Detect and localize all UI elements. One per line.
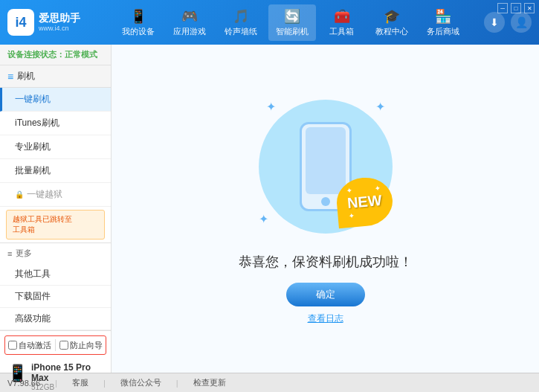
tab-business[interactable]: 🏪 务后商域 [419,4,467,41]
header-actions: ⬇ 👤 [484,12,532,33]
tab-apps-games[interactable]: 🎮 应用游戏 [166,4,213,41]
sparkle-1: ✦ [266,100,276,114]
close-button[interactable]: ✕ [524,3,535,13]
sidebar-item-pro-flash[interactable]: 专业刷机 [0,135,111,159]
maximize-button[interactable]: □ [511,3,521,13]
logo-text: 爱思助手 www.i4.cn [39,12,80,33]
view-log-link[interactable]: 查看日志 [308,312,343,325]
device-text: iPhone 15 Pro Max 512GB iPhone [31,362,103,392]
tutorial-icon: 🎓 [384,8,400,25]
download-button[interactable]: ⬇ [484,12,505,33]
sidebar-item-advanced[interactable]: 高级功能 [0,308,111,330]
guide-input[interactable] [59,341,68,350]
content-area: ✦ ✦ ✦ ✦✦ NEW ✦ 恭喜您，保资料刷机成功啦！ 确定 查看日志 [112,45,539,373]
sidebar-item-batch-flash[interactable]: 批量刷机 [0,159,111,183]
footer-sep-2: | [103,379,106,388]
sidebar-item-other-tools[interactable]: 其他工具 [0,263,111,286]
phone-illustration: ✦ ✦ ✦ ✦✦ NEW ✦ [251,92,400,241]
lock-icon: 🔒 [15,190,24,199]
footer-wechat[interactable]: 微信公众号 [120,377,161,388]
logo-area: i4 爱思助手 www.i4.cn [7,9,97,36]
more-section: ≡ 更多 其他工具 下载固件 高级功能 [0,242,111,330]
sidebar-item-itunes-flash[interactable]: iTunes刷机 [0,112,111,135]
toolbox-icon: 🧰 [334,8,350,25]
user-button[interactable]: 👤 [511,12,532,33]
window-controls: ─ □ ✕ [497,3,535,13]
device-storage: 512GB [31,383,103,391]
auto-activate-input[interactable] [8,341,17,350]
flash-section-header: ≡ 刷机 [0,65,111,88]
nav-tabs: 📱 我的设备 🎮 应用游戏 🎵 铃声墙纸 🔄 智能刷机 🧰 工具箱 🎓 教程中心… [97,4,484,41]
auto-activate-checkbox[interactable]: 自动激活 [8,340,51,351]
sidebar-item-jailbreak: 🔒 一键越狱 [0,183,111,207]
main-layout: 设备连接状态：正常模式 ≡ 刷机 一键刷机 iTunes刷机 专业刷机 批量刷机… [0,45,539,373]
sparkle-3: ✦ [259,212,268,226]
minimize-button[interactable]: ─ [497,3,508,13]
phone-screen [306,127,346,194]
smart-flash-icon: 🔄 [284,8,300,25]
logo-icon: i4 [7,9,34,36]
business-icon: 🏪 [435,8,451,25]
sparkle-2: ✦ [375,100,385,114]
footer-customer-service[interactable]: 客服 [72,377,88,388]
sidebar: 设备连接状态：正常模式 ≡ 刷机 一键刷机 iTunes刷机 专业刷机 批量刷机… [0,45,112,373]
more-section-icon: ≡ [7,249,12,258]
sidebar-checkbox-row: 自动激活 防止向导 [4,335,106,355]
tab-ringtones[interactable]: 🎵 铃声墙纸 [217,4,265,41]
tab-my-device[interactable]: 📱 我的设备 [114,4,162,41]
tab-tutorial[interactable]: 🎓 教程中心 [368,4,416,41]
sidebar-status: 设备连接状态：正常模式 [0,45,111,65]
flash-section-icon: ≡ [7,71,13,83]
flash-section: ≡ 刷机 一键刷机 iTunes刷机 专业刷机 批量刷机 🔒 一键越狱 越狱工具… [0,65,111,242]
ringtones-icon: 🎵 [233,8,249,25]
guide-checkbox[interactable]: 防止向导 [59,340,103,351]
sidebar-warning: 越狱工具已跳转至工具箱 [6,210,105,240]
apps-games-icon: 🎮 [181,8,198,25]
confirm-button[interactable]: 确定 [286,283,365,306]
footer-sep-1: | [55,379,57,388]
tab-smart-flash[interactable]: 🔄 智能刷机 [268,4,316,41]
my-device-icon: 📱 [130,8,146,25]
new-badge-text: NEW [346,192,382,212]
sidebar-item-one-click-flash[interactable]: 一键刷机 [0,88,111,112]
footer-version: V7.98.66 [7,379,40,388]
footer-sep-3: | [176,379,178,388]
sidebar-item-download-firmware[interactable]: 下载固件 [0,286,111,308]
phone-home-button [321,197,330,206]
device-name: iPhone 15 Pro Max [31,362,103,383]
more-section-header: ≡ 更多 [0,243,111,263]
header: i4 爱思助手 www.i4.cn 📱 我的设备 🎮 应用游戏 🎵 铃声墙纸 🔄… [0,0,539,45]
tab-toolbox[interactable]: 🧰 工具箱 [320,4,364,41]
footer-check-update[interactable]: 检查更新 [193,377,226,388]
checkbox-divider [55,339,56,351]
success-message: 恭喜您，保资料刷机成功啦！ [239,253,413,271]
